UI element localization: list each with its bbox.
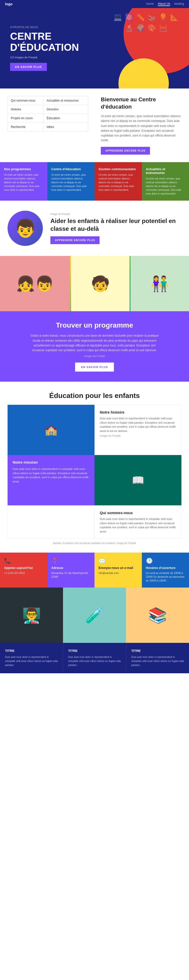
program-title-4: Actualités et événements bbox=[146, 167, 185, 175]
children-image: 👦 bbox=[8, 211, 43, 246]
footer-title-1: TITRE bbox=[5, 649, 58, 653]
edu-cell-empty bbox=[8, 505, 94, 539]
clock-icon: 🕐 bbox=[146, 558, 153, 564]
science-photo: 🧪 bbox=[85, 606, 104, 624]
nav-grid: Qui sommes-nous Actualités et ressources… bbox=[8, 96, 88, 132]
welcome-title: Bienvenue au Centre d'éducation bbox=[101, 96, 181, 110]
find-program-button[interactable]: EN SAVOIR PLUS bbox=[75, 363, 114, 372]
globe-icon: 🌍 bbox=[136, 24, 145, 32]
phone-icon: 📞 bbox=[4, 558, 11, 564]
pencil-icon: ✏️ bbox=[136, 13, 145, 21]
classroom-icon: 🏫 bbox=[45, 424, 58, 436]
nav-histoire[interactable]: Histoire bbox=[8, 105, 43, 114]
qui-sommes-title: Qui sommes-nous bbox=[100, 511, 176, 515]
program-text-1: Ut enim ad minim veniam, quis nostrud ex… bbox=[4, 173, 43, 192]
children-photo-3: 👫 bbox=[151, 275, 169, 293]
footer-title-2: TITRE bbox=[68, 649, 121, 653]
photo-segment-2: 🧒 bbox=[71, 256, 130, 311]
children-content: Image de Freepik Aider les enfants à réa… bbox=[50, 213, 181, 244]
nav-projets[interactable]: Projets en cours bbox=[8, 114, 43, 123]
education-title: Éducation pour les enfants bbox=[8, 392, 181, 400]
computer-icon: 💻 bbox=[114, 13, 122, 21]
calculator-icon: 🧮 bbox=[159, 24, 168, 32]
footer-col-2: TITRE Duis aute irure dolor in reprehend… bbox=[63, 643, 126, 673]
nav-qui-sommes[interactable]: Qui sommes-nous bbox=[8, 96, 43, 105]
footer-text-2: Duis aute irure dolor in reprehenderit i… bbox=[68, 655, 121, 667]
table-row: Projets en cours Éducation bbox=[8, 114, 88, 123]
location-icon: 📍 bbox=[51, 558, 58, 564]
notre-histoire-text: Duis aute irure dolor in reprehenderit i… bbox=[100, 416, 176, 433]
welcome-section: Bienvenue au Centre d'éducation Ut enim … bbox=[96, 96, 181, 154]
photo-banner-inner: 👧👦 🧒 👫 bbox=[0, 256, 189, 311]
table-row: Recherche Idées bbox=[8, 123, 88, 132]
edu-cell-mission: Notre mission Duis aute irure dolor in r… bbox=[8, 455, 94, 505]
education-extra-row: Qui sommes-nous Duis aute irure dolor in… bbox=[8, 505, 181, 539]
footer-text-3: Duis aute irure dolor in reprehenderit i… bbox=[131, 655, 184, 667]
notre-mission-text: Duis aute irure dolor in reprehenderit i… bbox=[13, 467, 90, 484]
children-illustration: 👦 bbox=[14, 218, 36, 239]
children-learn-button[interactable]: APPRENDRE ENCORE PLUS bbox=[50, 236, 99, 244]
footer-photo-2: 🧪 bbox=[63, 587, 126, 643]
teacher-photo: 👨‍🏫 bbox=[22, 606, 41, 624]
contact-email: ✉️ Envoyez-nous un e-mail info@sample.co… bbox=[94, 553, 142, 587]
contact-hours: 🕐 Horaires d'ouverture Du lundi au vendr… bbox=[142, 553, 189, 587]
notre-histoire-title: Notre histoire bbox=[100, 410, 176, 414]
program-card-1: Nos programmes Ut enim ad minim veniam, … bbox=[0, 162, 47, 200]
edu-image-left: 🏫 bbox=[8, 405, 94, 455]
find-program-section: Trouver un programme Grâce à notre trava… bbox=[0, 311, 189, 382]
education-grid: 🏫 Notre histoire Duis aute irure dolor i… bbox=[8, 405, 181, 505]
nav-recherche[interactable]: Recherche bbox=[8, 123, 43, 132]
program-title-2: Centre d'éducation bbox=[51, 167, 91, 171]
contact-email-text: info@sample.com bbox=[99, 571, 119, 575]
hero-icons: 💻 ⚛️ ✏️ 📚 💡 📐 🔬 🌍 🎨 🧮 bbox=[111, 13, 181, 32]
program-card-4: Actualités et événements Ut enim ad mini… bbox=[142, 162, 189, 200]
bulb-icon: 💡 bbox=[159, 13, 168, 21]
welcome-text: Ut enim ad minim veniam, quis nostrud ex… bbox=[101, 114, 181, 143]
nav-home[interactable]: home bbox=[146, 2, 154, 6]
footer: TITRE Duis aute irure dolor in reprehend… bbox=[0, 643, 189, 673]
nav-idees[interactable]: Idées bbox=[43, 123, 88, 132]
hero-content: À PROPOS DE NOUS CENTRE D'ÉDUCATION 1/2 … bbox=[0, 16, 96, 81]
nav-welcome-section: Qui sommes-nous Actualités et ressources… bbox=[0, 89, 189, 157]
photo-segment-1: 👧👦 bbox=[0, 256, 70, 311]
children-section: 👦 Image de Freepik Aider les enfants à r… bbox=[0, 200, 189, 256]
email-icon: ✉️ bbox=[99, 558, 105, 564]
welcome-learn-button[interactable]: APPRENDRE ENCORE PLUS bbox=[101, 147, 150, 154]
nav-actualites[interactable]: Actualités et ressources bbox=[43, 96, 88, 105]
children-caption: Image de Freepik bbox=[50, 213, 181, 215]
footer-text-1: Duis aute irure dolor in reprehenderit i… bbox=[5, 655, 58, 667]
nav-about[interactable]: About Us bbox=[158, 2, 170, 6]
contact-address: 📍 Adresse Alexandria, El Yak WashingtonW… bbox=[47, 553, 95, 587]
program-title-3: Soutien communautaire bbox=[99, 167, 138, 171]
edu-cell-qui-sommes: Qui sommes-nous Duis aute irure dolor in… bbox=[94, 505, 181, 539]
library-photo: 📚 bbox=[148, 606, 167, 624]
find-program-text: Grâce à notre travail, nous construisons… bbox=[29, 333, 160, 353]
hero-title: CENTRE D'ÉDUCATION bbox=[10, 31, 86, 53]
contact-bar: 📞 Appelez aujourd'hui +1 (234) 567-8910 … bbox=[0, 553, 189, 587]
edu-cell-photo-left: 🏫 bbox=[8, 405, 94, 455]
edu-image-right: 📖 bbox=[94, 455, 181, 505]
microscope-icon: 🔬 bbox=[125, 24, 134, 32]
paint-icon: 🎨 bbox=[147, 24, 156, 32]
contact-address-text: Alexandria, El Yak WashingtonW, 22485 bbox=[51, 571, 91, 579]
hero-cta-button[interactable]: EN SAVOIR PLUS bbox=[10, 63, 47, 71]
children-title: Aider les enfants à réaliser leur potent… bbox=[50, 217, 181, 232]
education-caption: pariatur. Excepteur sint occaecat cupida… bbox=[8, 539, 181, 547]
nav-landing[interactable]: landing bbox=[174, 2, 184, 6]
footer-col-3: TITRE Duis aute irure dolor in reprehend… bbox=[126, 643, 189, 673]
program-text-3: Ut enim ad minim veniam, quis nostrud ex… bbox=[99, 173, 138, 192]
notre-histoire-caption: Images de Freepik bbox=[100, 434, 176, 437]
nav-education[interactable]: Éducation bbox=[43, 114, 88, 123]
hero-section: À PROPOS DE NOUS CENTRE D'ÉDUCATION 1/2 … bbox=[0, 8, 189, 89]
notre-mission-title: Notre mission bbox=[13, 460, 90, 465]
table-row: Histoire Direction bbox=[8, 105, 88, 114]
hero-image-caption: 1/2 images de Freepik bbox=[10, 56, 86, 59]
photo-segment-3: 👫 bbox=[131, 256, 189, 311]
ruler-icon: 📐 bbox=[170, 13, 179, 21]
table-row: Qui sommes-nous Actualités et ressources bbox=[8, 96, 88, 105]
main-nav: home About Us landing bbox=[146, 2, 184, 6]
nav-direction[interactable]: Direction bbox=[43, 105, 88, 114]
contact-phone-text: +1 (234) 567-8910 bbox=[4, 571, 25, 575]
footer-photo-1: 👨‍🏫 bbox=[0, 587, 63, 643]
find-program-title: Trouver un programme bbox=[15, 321, 174, 329]
